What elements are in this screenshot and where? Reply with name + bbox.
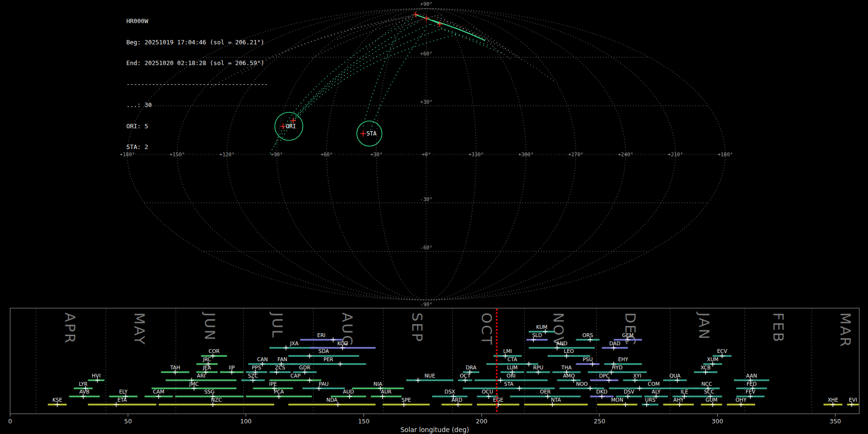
shower-label-noo: NOO xyxy=(576,381,587,387)
shower-label-cam: CAM xyxy=(153,389,164,394)
shower-bar-nzc xyxy=(159,404,274,406)
shower-label-jxa: JXA xyxy=(289,340,298,346)
shower-label-qua: QUA xyxy=(669,373,681,379)
shower-label-cap: CAP xyxy=(290,373,300,379)
shower-bar-nta xyxy=(524,404,588,406)
x-axis-tick-label: 300 xyxy=(712,418,723,425)
month-label: MAY xyxy=(131,312,148,346)
month-label: JUL xyxy=(269,312,285,339)
shower-label-lum: LUM xyxy=(507,365,517,370)
shower-label-xcb: XCB xyxy=(701,365,711,370)
shower-bar-nue xyxy=(406,380,453,381)
shower-bar-eri xyxy=(300,339,342,341)
shower-label-nda: NDA xyxy=(326,397,338,403)
shower-label-tha: THA xyxy=(561,365,572,370)
shower-label-psu: PSU xyxy=(583,356,593,362)
shower-label-xhe: XHE xyxy=(827,397,838,403)
x-axis-tick-label: 0 xyxy=(8,418,12,425)
shower-label-pca: PCA xyxy=(274,389,285,394)
shower-bar-cap xyxy=(270,380,322,381)
shower-label-pau: PAU xyxy=(319,381,329,387)
shower-label-gum: GUM xyxy=(705,397,718,403)
shower-label-hvi: HVI xyxy=(92,373,100,379)
shower-label-jmc: JMC xyxy=(189,381,199,387)
shower-label-scc: SCC xyxy=(704,389,714,394)
shower-label-ehy: EHY xyxy=(618,356,629,362)
shower-label-zcs: ZCS xyxy=(275,365,285,370)
shower-label-fed: FED xyxy=(746,381,757,387)
shower-bar-sld xyxy=(527,339,548,341)
shower-bar-zcs xyxy=(270,371,291,373)
month-label: APR xyxy=(62,312,78,344)
shower-bar-nda xyxy=(288,404,376,406)
shower-label-dad: DAD xyxy=(609,340,620,346)
x-axis-tick-label: 100 xyxy=(240,418,252,425)
x-axis-tick-label: 50 xyxy=(124,418,132,425)
shower-bar-dpc xyxy=(590,380,619,381)
shower-label-dpc: DPC xyxy=(599,373,610,379)
x-axis-tick-label: 350 xyxy=(829,418,841,425)
shower-label-ori: ORI xyxy=(507,373,516,379)
shower-bar-ssg xyxy=(175,395,244,397)
shower-label-avb: AVB xyxy=(80,389,90,394)
shower-bar-psu xyxy=(576,363,599,365)
shower-label-xum: XUM xyxy=(707,356,719,362)
end-time: End: 20251020 02:18:28 (sol = 206.59°) xyxy=(126,60,268,67)
shower-label-aan: AAN xyxy=(746,373,757,379)
shower-label-cta: CTA xyxy=(507,356,517,362)
shower-label-ohy: OHY xyxy=(735,397,746,403)
count-sta: STA: 2 xyxy=(126,144,268,151)
shower-label-gem: GEM xyxy=(622,332,634,338)
month-label: JAN xyxy=(696,312,712,341)
shower-label-tah: TAH xyxy=(170,365,180,370)
count-sporadic: ...: 30 xyxy=(126,102,268,109)
shower-label-spe: SPE xyxy=(402,397,411,403)
shower-label-fev: FEV xyxy=(746,389,756,394)
shower-label-oct: OCT xyxy=(460,373,471,379)
shower-label-can: CAN xyxy=(257,356,268,362)
shower-label-szc: SZC xyxy=(248,373,258,379)
shower-label-fan: FAN xyxy=(278,356,287,362)
shower-label-sda: SDA xyxy=(318,348,329,354)
shower-label-mon: MON xyxy=(611,397,623,403)
shower-label-kum: KUM xyxy=(536,324,547,330)
shower-label-lyr: LYR xyxy=(79,381,87,387)
shower-label-iip: IIP xyxy=(229,365,235,370)
month-label: DEC xyxy=(622,312,638,346)
shower-label-dsx: DSX xyxy=(445,389,455,394)
shower-bar-mon xyxy=(597,404,637,406)
month-label: FEB xyxy=(770,312,787,343)
shower-label-ipe: IPE xyxy=(269,381,277,387)
meteor-observation-screen: ORISTA+90°-90°+60°+30°-30°-60°+180°+150°… xyxy=(0,0,868,434)
shower-bar-pau xyxy=(302,388,345,390)
x-axis-title: Solar longitude (deg) xyxy=(400,426,469,434)
shower-label-urs: URS xyxy=(645,397,656,403)
shower-label-ssg: SSG xyxy=(204,389,214,394)
shower-label-ors: ORS xyxy=(583,332,594,338)
shower-bar-ari xyxy=(166,380,237,381)
shower-label-kse: KSE xyxy=(53,397,62,403)
shower-label-eri: ERI xyxy=(317,332,326,338)
separator-line: --------------------------------------- xyxy=(126,81,268,88)
shower-bar-eta xyxy=(88,404,156,406)
shower-label-rpu: RPU xyxy=(533,365,543,370)
station-id: HR000W xyxy=(126,18,268,25)
shower-bar-and xyxy=(529,347,595,349)
shower-label-nzc: NZC xyxy=(211,397,222,403)
shower-label-nue: NUE xyxy=(424,373,435,379)
shower-label-leo: LEO xyxy=(564,348,574,354)
shower-label-dsv: DSV xyxy=(624,389,635,394)
shower-label-ecv: ECV xyxy=(717,348,728,354)
observation-header: HR000W Beg: 20251019 17:04:46 (sol = 206… xyxy=(126,4,268,165)
shower-label-ard: ARD xyxy=(451,397,462,403)
x-axis-tick-label: 250 xyxy=(594,418,605,425)
shower-label-sld: SLD xyxy=(532,332,542,338)
shower-label-ege: EGE xyxy=(493,397,503,403)
shower-label-hyd: HYD xyxy=(612,365,623,370)
shower-label-ile: ILE xyxy=(680,389,688,394)
shower-label-ocu: OCU xyxy=(482,389,493,394)
shower-label-xyi: XYI xyxy=(633,373,641,379)
shower-label-dra: DRA xyxy=(466,365,477,370)
shower-label-nia: NIA xyxy=(374,381,383,387)
shower-label-nta: NTA xyxy=(551,397,561,403)
